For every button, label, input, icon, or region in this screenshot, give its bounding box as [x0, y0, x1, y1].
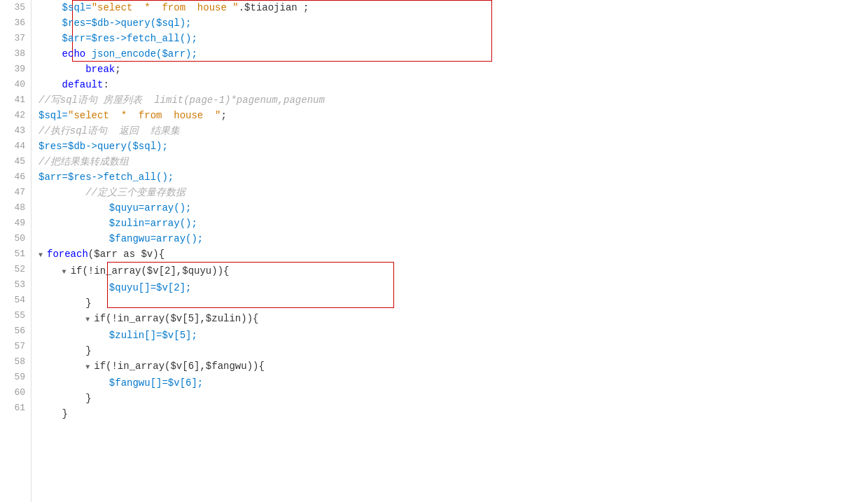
fold-arrow[interactable]: ▼: [62, 268, 71, 276]
line-number: 36: [6, 15, 25, 31]
line-number: 60: [6, 385, 25, 400]
code-token: $quyu=array();: [109, 202, 192, 214]
code-line: //把结果集转成数组: [38, 154, 868, 169]
code-line: }: [38, 343, 868, 358]
code-token: $arr=$res->fetch_all();: [62, 33, 197, 44]
code-line: ▼ if(!in_array($v[5],$zulin)){: [38, 311, 868, 328]
line-number: 43: [6, 123, 25, 139]
code-token: $sql=: [38, 110, 68, 121]
code-token: $fangwu[]=$v[6];: [109, 377, 203, 389]
code-line: $sql="select * from house ".$tiaojian ;: [38, 0, 868, 15]
code-token: //定义三个变量存数据: [85, 187, 186, 198]
code-line: $quyu[]=$v[2];: [38, 280, 868, 295]
code-token: }: [62, 408, 68, 419]
code-line: $fangwu=array();: [38, 231, 868, 246]
line-number: 41: [6, 92, 25, 108]
line-number: 45: [6, 154, 25, 169]
code-token: "select * from house ": [92, 2, 239, 13]
line-number: 56: [6, 323, 25, 339]
code-token: foreach: [47, 249, 88, 260]
code-token: ;: [115, 64, 120, 75]
line-number: 54: [6, 293, 25, 308]
line-number: 35: [6, 0, 25, 15]
line-number: 44: [6, 139, 25, 154]
line-number: 48: [6, 200, 25, 216]
line-number: 40: [6, 77, 25, 92]
line-number: 49: [6, 216, 25, 231]
fold-arrow[interactable]: ▼: [38, 251, 47, 259]
code-token: $arr=$res->fetch_all();: [38, 172, 174, 183]
line-number: 59: [6, 370, 25, 385]
line-number: 55: [6, 308, 25, 323]
code-line: $arr=$res->fetch_all();: [38, 169, 868, 185]
code-line: ▼ if(!in_array($v[6],$fangwu)){: [38, 358, 868, 375]
line-number: 57: [6, 339, 25, 354]
code-line: default:: [38, 77, 868, 92]
code-token: //执行sql语句 返回 结果集: [38, 125, 180, 137]
code-editor: 3536373839404142434445464748495051525354…: [0, 0, 868, 502]
line-number: 42: [6, 108, 25, 123]
code-token: json_encode($arr);: [92, 48, 197, 60]
code-line: }: [38, 406, 868, 421]
code-token: .$tiaojian ;: [239, 2, 309, 13]
code-token: :: [103, 79, 108, 90]
code-line: $fangwu[]=$v[6];: [38, 375, 868, 391]
line-number: 37: [6, 31, 25, 46]
code-token: }: [85, 345, 91, 356]
line-number: 52: [6, 262, 25, 277]
code-line: $res=$db->query($sql);: [38, 139, 868, 154]
code-token: $res=$db->query($sql);: [38, 141, 168, 152]
fold-arrow[interactable]: ▼: [85, 316, 94, 323]
fold-arrow[interactable]: ▼: [85, 363, 94, 371]
code-line: $arr=$res->fetch_all();: [38, 31, 868, 46]
code-line: $res=$db->query($sql);: [38, 15, 868, 31]
line-number: 46: [6, 169, 25, 185]
code-token: $fangwu=array();: [109, 233, 203, 244]
line-number: 50: [6, 231, 25, 246]
code-line: $quyu=array();: [38, 200, 868, 216]
code-line: //写sql语句 房屋列表 limit(page-1)*pagenum,page…: [38, 92, 868, 108]
code-token: }: [85, 298, 91, 309]
line-number: 47: [6, 185, 25, 200]
code-token: $quyu[]=$v[2];: [109, 282, 192, 293]
code-token: if(!in_array($v[6],$fangwu)){: [94, 361, 265, 372]
line-numbers: 3536373839404142434445464748495051525354…: [0, 0, 31, 502]
code-token: $sql=: [62, 2, 92, 13]
line-number: 39: [6, 62, 25, 77]
code-line: }: [38, 295, 868, 311]
code-line: }: [38, 391, 868, 406]
code-token: $zulin=array();: [109, 218, 197, 229]
line-number: 53: [6, 277, 25, 293]
code-line: //定义三个变量存数据: [38, 185, 868, 200]
code-token: echo: [62, 48, 92, 60]
code-line: $zulin[]=$v[5];: [38, 328, 868, 343]
code-token: $res=$db->query($sql);: [62, 18, 192, 29]
code-line: ▼ foreach($arr as $v){: [38, 246, 868, 263]
code-area[interactable]: $sql="select * from house ".$tiaojian ; …: [31, 0, 868, 502]
code-token: break: [85, 64, 115, 75]
line-number: 58: [6, 354, 25, 370]
code-line: $zulin=array();: [38, 216, 868, 231]
code-token: default: [62, 79, 104, 90]
code-line: break;: [38, 62, 868, 77]
line-number: 61: [6, 400, 25, 416]
code-token: if(!in_array($v[2],$quyu)){: [71, 265, 230, 277]
code-token: ($arr as $v){: [88, 249, 164, 260]
line-number: 38: [6, 46, 25, 62]
code-token: //写sql语句 房屋列表 limit(page-1)*pagenum,page…: [38, 95, 325, 106]
code-line: ▼ if(!in_array($v[2],$quyu)){: [38, 263, 868, 280]
code-line: echo json_encode($arr);: [38, 46, 868, 62]
code-token: if(!in_array($v[5],$zulin)){: [94, 313, 258, 324]
code-line: $sql="select * from house ";: [38, 108, 868, 123]
code-token: "select * from house ": [68, 110, 220, 121]
code-line: //执行sql语句 返回 结果集: [38, 123, 868, 139]
code-token: //把结果集转成数组: [38, 156, 129, 167]
code-token: }: [85, 393, 91, 404]
line-number: 51: [6, 246, 25, 262]
code-token: $zulin[]=$v[5];: [109, 330, 197, 341]
code-token: ;: [220, 110, 226, 121]
